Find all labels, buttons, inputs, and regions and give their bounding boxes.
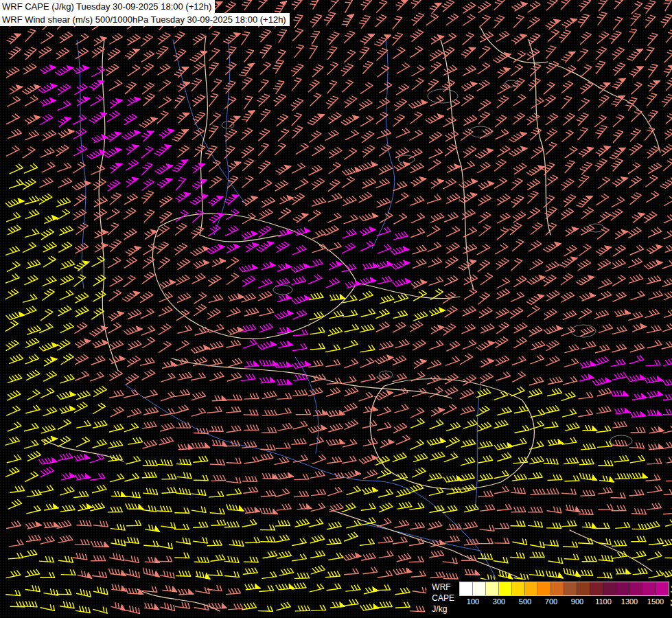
legend-tick-label: 1100 [595, 597, 612, 606]
legend-swatch [564, 582, 577, 595]
title-line-cape: WRF CAPE (J/kg) Tuesday 30-09-2025 18:00… [0, 0, 215, 13]
legend-tick-label: 300 [493, 597, 505, 606]
legend-swatch [551, 582, 564, 595]
legend-swatch [629, 582, 642, 595]
legend-tick-label: 700 [545, 597, 557, 606]
legend-swatch [616, 582, 629, 595]
legend-swatch [486, 582, 499, 595]
legend-swatch [460, 582, 473, 595]
legend-swatch [603, 582, 616, 595]
legend-tick-label: 500 [519, 597, 531, 606]
title-line-windshear: WRF Wind shear (m/s) 500/1000hPa Tuesday… [0, 13, 290, 26]
legend-swatch [642, 582, 656, 595]
legend-tick-label: 1300 [621, 597, 638, 606]
legend-tick-label: 900 [571, 597, 583, 606]
weather-map [0, 0, 672, 618]
legend-tick-label: 1500 [647, 597, 664, 606]
legend-swatch [499, 582, 512, 595]
legend-swatch [538, 582, 551, 595]
legend-swatch [473, 582, 486, 595]
legend-colorbar: 100300500700900110013001500 [459, 582, 669, 608]
legend-swatch [525, 582, 538, 595]
weather-map-page: WRF CAPE (J/kg) Tuesday 30-09-2025 18:00… [0, 0, 672, 618]
legend-unit-label: J/kg [432, 604, 454, 615]
legend: WRF CAPE J/kg 10030050070090011001300150… [426, 580, 671, 617]
legend-swatches [459, 582, 669, 596]
legend-model-label: WRF [432, 582, 454, 593]
legend-swatch [512, 582, 525, 595]
legend-swatch [590, 582, 603, 595]
legend-variable-label: CAPE [432, 593, 454, 604]
legend-swatch [656, 582, 669, 595]
legend-swatch [577, 582, 590, 595]
legend-ticks: 100300500700900110013001500 [459, 597, 668, 608]
legend-tick-label: 100 [467, 597, 479, 606]
legend-labels: WRF CAPE J/kg [432, 582, 454, 615]
